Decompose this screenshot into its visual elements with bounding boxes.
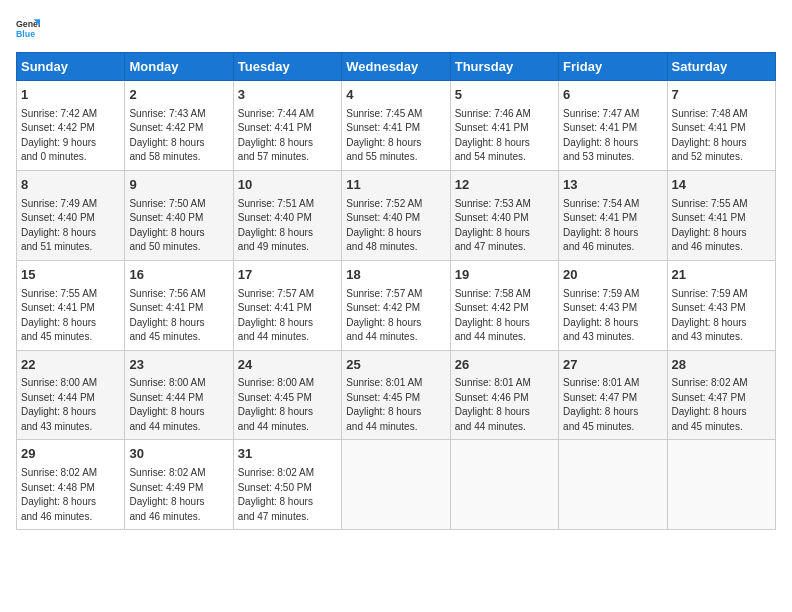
- calendar-cell: 2Sunrise: 7:43 AM Sunset: 4:42 PM Daylig…: [125, 81, 233, 171]
- logo-icon: General Blue: [16, 16, 40, 40]
- calendar-cell: 14Sunrise: 7:55 AM Sunset: 4:41 PM Dayli…: [667, 170, 775, 260]
- day-number: 16: [129, 266, 228, 285]
- day-info: Sunrise: 8:01 AM Sunset: 4:46 PM Dayligh…: [455, 376, 554, 434]
- calendar-cell: 10Sunrise: 7:51 AM Sunset: 4:40 PM Dayli…: [233, 170, 341, 260]
- day-number: 26: [455, 356, 554, 375]
- calendar-cell: [450, 440, 558, 530]
- day-info: Sunrise: 7:55 AM Sunset: 4:41 PM Dayligh…: [21, 287, 120, 345]
- week-row-1: 1Sunrise: 7:42 AM Sunset: 4:42 PM Daylig…: [17, 81, 776, 171]
- day-info: Sunrise: 7:49 AM Sunset: 4:40 PM Dayligh…: [21, 197, 120, 255]
- day-info: Sunrise: 7:54 AM Sunset: 4:41 PM Dayligh…: [563, 197, 662, 255]
- day-number: 6: [563, 86, 662, 105]
- calendar-cell: 7Sunrise: 7:48 AM Sunset: 4:41 PM Daylig…: [667, 81, 775, 171]
- day-info: Sunrise: 7:51 AM Sunset: 4:40 PM Dayligh…: [238, 197, 337, 255]
- column-header-monday: Monday: [125, 53, 233, 81]
- day-info: Sunrise: 7:47 AM Sunset: 4:41 PM Dayligh…: [563, 107, 662, 165]
- day-info: Sunrise: 7:44 AM Sunset: 4:41 PM Dayligh…: [238, 107, 337, 165]
- day-number: 12: [455, 176, 554, 195]
- day-info: Sunrise: 7:57 AM Sunset: 4:41 PM Dayligh…: [238, 287, 337, 345]
- column-header-friday: Friday: [559, 53, 667, 81]
- calendar-cell: 8Sunrise: 7:49 AM Sunset: 4:40 PM Daylig…: [17, 170, 125, 260]
- day-number: 31: [238, 445, 337, 464]
- day-info: Sunrise: 7:42 AM Sunset: 4:42 PM Dayligh…: [21, 107, 120, 165]
- calendar-cell: 30Sunrise: 8:02 AM Sunset: 4:49 PM Dayli…: [125, 440, 233, 530]
- day-info: Sunrise: 8:02 AM Sunset: 4:49 PM Dayligh…: [129, 466, 228, 524]
- calendar-cell: 17Sunrise: 7:57 AM Sunset: 4:41 PM Dayli…: [233, 260, 341, 350]
- week-row-2: 8Sunrise: 7:49 AM Sunset: 4:40 PM Daylig…: [17, 170, 776, 260]
- calendar-body: 1Sunrise: 7:42 AM Sunset: 4:42 PM Daylig…: [17, 81, 776, 530]
- day-number: 22: [21, 356, 120, 375]
- day-info: Sunrise: 8:01 AM Sunset: 4:47 PM Dayligh…: [563, 376, 662, 434]
- day-info: Sunrise: 7:58 AM Sunset: 4:42 PM Dayligh…: [455, 287, 554, 345]
- day-number: 17: [238, 266, 337, 285]
- day-number: 9: [129, 176, 228, 195]
- day-info: Sunrise: 7:52 AM Sunset: 4:40 PM Dayligh…: [346, 197, 445, 255]
- day-info: Sunrise: 7:46 AM Sunset: 4:41 PM Dayligh…: [455, 107, 554, 165]
- day-info: Sunrise: 7:56 AM Sunset: 4:41 PM Dayligh…: [129, 287, 228, 345]
- calendar-cell: 21Sunrise: 7:59 AM Sunset: 4:43 PM Dayli…: [667, 260, 775, 350]
- calendar-cell: [667, 440, 775, 530]
- calendar-cell: [342, 440, 450, 530]
- calendar-cell: 20Sunrise: 7:59 AM Sunset: 4:43 PM Dayli…: [559, 260, 667, 350]
- week-row-5: 29Sunrise: 8:02 AM Sunset: 4:48 PM Dayli…: [17, 440, 776, 530]
- day-number: 7: [672, 86, 771, 105]
- calendar-cell: 29Sunrise: 8:02 AM Sunset: 4:48 PM Dayli…: [17, 440, 125, 530]
- day-number: 4: [346, 86, 445, 105]
- calendar-cell: 19Sunrise: 7:58 AM Sunset: 4:42 PM Dayli…: [450, 260, 558, 350]
- day-number: 19: [455, 266, 554, 285]
- calendar-cell: 27Sunrise: 8:01 AM Sunset: 4:47 PM Dayli…: [559, 350, 667, 440]
- day-info: Sunrise: 8:00 AM Sunset: 4:45 PM Dayligh…: [238, 376, 337, 434]
- calendar-cell: 26Sunrise: 8:01 AM Sunset: 4:46 PM Dayli…: [450, 350, 558, 440]
- calendar-cell: 28Sunrise: 8:02 AM Sunset: 4:47 PM Dayli…: [667, 350, 775, 440]
- day-number: 24: [238, 356, 337, 375]
- day-info: Sunrise: 7:48 AM Sunset: 4:41 PM Dayligh…: [672, 107, 771, 165]
- calendar-cell: 15Sunrise: 7:55 AM Sunset: 4:41 PM Dayli…: [17, 260, 125, 350]
- day-info: Sunrise: 7:43 AM Sunset: 4:42 PM Dayligh…: [129, 107, 228, 165]
- page-header: General Blue: [16, 16, 776, 40]
- day-info: Sunrise: 7:45 AM Sunset: 4:41 PM Dayligh…: [346, 107, 445, 165]
- day-number: 30: [129, 445, 228, 464]
- week-row-4: 22Sunrise: 8:00 AM Sunset: 4:44 PM Dayli…: [17, 350, 776, 440]
- day-info: Sunrise: 7:50 AM Sunset: 4:40 PM Dayligh…: [129, 197, 228, 255]
- day-number: 13: [563, 176, 662, 195]
- calendar-cell: 3Sunrise: 7:44 AM Sunset: 4:41 PM Daylig…: [233, 81, 341, 171]
- column-header-thursday: Thursday: [450, 53, 558, 81]
- svg-text:Blue: Blue: [16, 29, 35, 39]
- day-info: Sunrise: 8:01 AM Sunset: 4:45 PM Dayligh…: [346, 376, 445, 434]
- day-info: Sunrise: 8:00 AM Sunset: 4:44 PM Dayligh…: [129, 376, 228, 434]
- calendar-cell: 5Sunrise: 7:46 AM Sunset: 4:41 PM Daylig…: [450, 81, 558, 171]
- day-number: 14: [672, 176, 771, 195]
- day-info: Sunrise: 8:02 AM Sunset: 4:47 PM Dayligh…: [672, 376, 771, 434]
- day-number: 3: [238, 86, 337, 105]
- calendar-cell: 9Sunrise: 7:50 AM Sunset: 4:40 PM Daylig…: [125, 170, 233, 260]
- day-number: 8: [21, 176, 120, 195]
- day-number: 23: [129, 356, 228, 375]
- day-info: Sunrise: 8:02 AM Sunset: 4:48 PM Dayligh…: [21, 466, 120, 524]
- logo: General Blue: [16, 16, 44, 40]
- day-info: Sunrise: 7:59 AM Sunset: 4:43 PM Dayligh…: [672, 287, 771, 345]
- day-info: Sunrise: 7:59 AM Sunset: 4:43 PM Dayligh…: [563, 287, 662, 345]
- day-number: 11: [346, 176, 445, 195]
- calendar-cell: 16Sunrise: 7:56 AM Sunset: 4:41 PM Dayli…: [125, 260, 233, 350]
- day-number: 2: [129, 86, 228, 105]
- calendar-cell: 12Sunrise: 7:53 AM Sunset: 4:40 PM Dayli…: [450, 170, 558, 260]
- calendar-table: SundayMondayTuesdayWednesdayThursdayFrid…: [16, 52, 776, 530]
- calendar-cell: 11Sunrise: 7:52 AM Sunset: 4:40 PM Dayli…: [342, 170, 450, 260]
- day-number: 15: [21, 266, 120, 285]
- header-row: SundayMondayTuesdayWednesdayThursdayFrid…: [17, 53, 776, 81]
- calendar-cell: 22Sunrise: 8:00 AM Sunset: 4:44 PM Dayli…: [17, 350, 125, 440]
- day-number: 20: [563, 266, 662, 285]
- calendar-cell: 4Sunrise: 7:45 AM Sunset: 4:41 PM Daylig…: [342, 81, 450, 171]
- day-info: Sunrise: 7:57 AM Sunset: 4:42 PM Dayligh…: [346, 287, 445, 345]
- day-number: 1: [21, 86, 120, 105]
- day-number: 21: [672, 266, 771, 285]
- calendar-cell: [559, 440, 667, 530]
- calendar-cell: 1Sunrise: 7:42 AM Sunset: 4:42 PM Daylig…: [17, 81, 125, 171]
- column-header-wednesday: Wednesday: [342, 53, 450, 81]
- calendar-header: SundayMondayTuesdayWednesdayThursdayFrid…: [17, 53, 776, 81]
- day-info: Sunrise: 7:53 AM Sunset: 4:40 PM Dayligh…: [455, 197, 554, 255]
- day-number: 28: [672, 356, 771, 375]
- day-number: 5: [455, 86, 554, 105]
- calendar-cell: 13Sunrise: 7:54 AM Sunset: 4:41 PM Dayli…: [559, 170, 667, 260]
- column-header-tuesday: Tuesday: [233, 53, 341, 81]
